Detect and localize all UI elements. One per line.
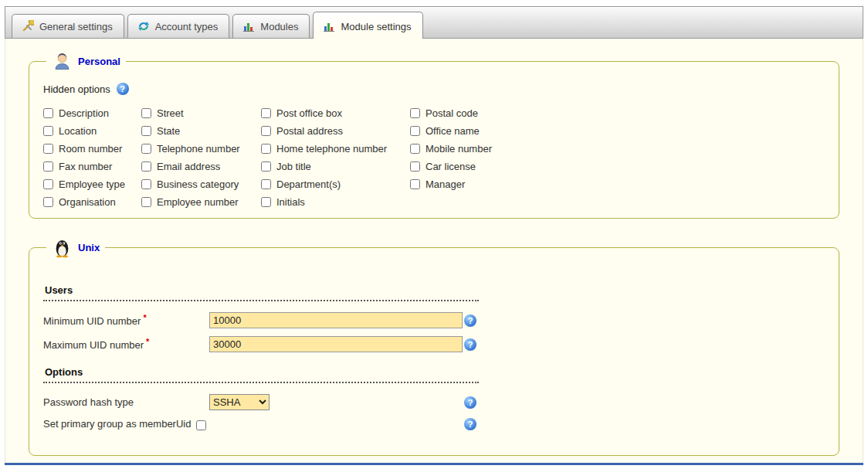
help-icon[interactable]: ? (464, 418, 476, 430)
hidden-options-column-4: Postal code Office name Mobile number Ca… (410, 107, 492, 207)
hidden-option-checkbox[interactable] (141, 126, 151, 136)
member-uid-label: Set primary group as memberUid (43, 418, 464, 430)
hidden-option[interactable]: Postal address (261, 125, 410, 136)
users-subheader: Users (43, 283, 479, 301)
hidden-option-checkbox[interactable] (261, 144, 271, 154)
help-icon[interactable]: ? (117, 83, 129, 95)
hidden-option-label: Home telephone number (276, 143, 387, 155)
hidden-option[interactable]: Car license (410, 161, 492, 172)
help-icon[interactable]: ? (464, 396, 476, 409)
hidden-option-checkbox[interactable] (410, 144, 420, 154)
hidden-option-label: Employee number (157, 196, 239, 208)
hidden-option[interactable]: Employee type (43, 178, 141, 189)
module-settings-icon (323, 20, 335, 32)
hidden-option-label: Employee type (59, 178, 125, 190)
hidden-option-label: Description (59, 107, 109, 119)
modules-icon (242, 20, 255, 32)
hidden-options-row: Hidden options ? (43, 83, 825, 95)
hidden-option-checkbox[interactable] (261, 161, 271, 172)
hidden-option[interactable]: Business category (141, 178, 261, 189)
hidden-option[interactable]: State (141, 125, 261, 136)
hidden-option-checkbox[interactable] (43, 161, 53, 172)
hidden-option[interactable]: Description (43, 107, 141, 118)
hidden-option-checkbox[interactable] (261, 179, 271, 189)
hidden-option-checkbox[interactable] (43, 197, 53, 207)
person-icon (52, 51, 73, 72)
hidden-option-label: Organisation (59, 196, 116, 208)
hidden-option-label: Room number (59, 143, 122, 155)
hidden-option-checkbox[interactable] (141, 179, 151, 189)
hidden-option[interactable]: Postal code (410, 107, 492, 118)
hidden-option-checkbox[interactable] (141, 108, 151, 118)
required-marker: * (143, 313, 146, 322)
hidden-option-checkbox[interactable] (43, 126, 53, 136)
hidden-option[interactable]: Fax number (43, 161, 141, 172)
hidden-option-label: Initials (276, 196, 305, 208)
hidden-options-grid: Description Location Room number Fax num… (43, 107, 825, 207)
hidden-option[interactable]: Street (141, 107, 261, 118)
hidden-option-label: Telephone number (157, 143, 240, 155)
hidden-option[interactable]: Initials (261, 196, 410, 207)
hidden-option[interactable]: Organisation (43, 196, 141, 207)
tab-label: Modules (260, 21, 298, 32)
password-hash-row: Password hash type SSHA ? (43, 394, 825, 410)
min-uid-input[interactable] (209, 312, 463, 328)
hidden-option-checkbox[interactable] (410, 161, 420, 172)
hidden-option-checkbox[interactable] (261, 197, 271, 207)
hidden-option-checkbox[interactable] (141, 197, 151, 207)
hidden-option-label: Job title (276, 161, 311, 172)
hidden-option-checkbox[interactable] (141, 161, 151, 172)
hidden-option-checkbox[interactable] (410, 126, 420, 136)
hidden-option-checkbox[interactable] (410, 179, 420, 189)
unix-legend-text: Unix (78, 242, 100, 253)
help-icon[interactable]: ? (464, 314, 476, 327)
hidden-option-label: State (157, 125, 180, 137)
hidden-option-checkbox[interactable] (261, 108, 271, 118)
hidden-option-checkbox[interactable] (43, 144, 53, 154)
hidden-option-checkbox[interactable] (43, 108, 53, 118)
hidden-option[interactable]: Telephone number (141, 143, 261, 154)
help-icon[interactable]: ? (464, 338, 476, 351)
tab-account-types[interactable]: Account types (127, 14, 230, 38)
tab-label: General settings (39, 21, 113, 32)
hidden-option-label: Manager (426, 178, 465, 190)
member-uid-checkbox[interactable] (196, 420, 206, 430)
hidden-option[interactable]: Job title (261, 161, 410, 172)
hidden-option[interactable]: Home telephone number (261, 143, 410, 154)
hidden-option-checkbox[interactable] (43, 179, 53, 189)
hidden-option[interactable]: Post office box (261, 107, 410, 118)
hidden-option-label: Department(s) (276, 178, 341, 190)
content-area: Personal Hidden options ? Description Lo… (5, 39, 863, 463)
hidden-option[interactable]: Office name (410, 125, 492, 136)
hidden-option-label: Business category (157, 178, 239, 190)
hidden-options-column-2: Street State Telephone number Email addr… (141, 107, 261, 207)
hidden-option[interactable]: Employee number (141, 196, 261, 207)
hidden-option-label: Car license (426, 161, 476, 172)
lam-configuration-page: General settings Account types (5, 6, 863, 465)
unix-legend: Unix (46, 237, 105, 258)
tux-penguin-icon (52, 237, 73, 258)
footer-divider (5, 463, 863, 465)
password-hash-select[interactable]: SSHA (209, 394, 270, 410)
tab-module-settings[interactable]: Module settings (313, 12, 422, 39)
tab-label: Module settings (341, 21, 411, 32)
hidden-option-checkbox[interactable] (141, 144, 151, 154)
tab-modules[interactable]: Modules (232, 14, 310, 38)
hidden-option[interactable]: Email address (141, 161, 261, 172)
hidden-option-label: Location (59, 125, 97, 137)
hidden-option[interactable]: Manager (410, 178, 492, 189)
unix-section: Unix Users Minimum UID number* ? Maximum… (29, 237, 839, 456)
hidden-option-checkbox[interactable] (410, 108, 420, 118)
hidden-option[interactable]: Room number (43, 143, 141, 154)
personal-section: Personal Hidden options ? Description Lo… (29, 51, 839, 219)
password-hash-label: Password hash type (43, 396, 209, 408)
hidden-option[interactable]: Department(s) (261, 178, 410, 189)
hidden-option[interactable]: Mobile number (410, 143, 492, 154)
max-uid-row: Maximum UID number* ? (43, 336, 825, 352)
tab-general-settings[interactable]: General settings (12, 14, 124, 38)
hidden-option-checkbox[interactable] (261, 126, 271, 136)
min-uid-row: Minimum UID number* ? (43, 312, 825, 328)
hidden-option-label: Postal address (276, 125, 343, 137)
max-uid-input[interactable] (209, 336, 463, 352)
hidden-option[interactable]: Location (43, 125, 141, 136)
